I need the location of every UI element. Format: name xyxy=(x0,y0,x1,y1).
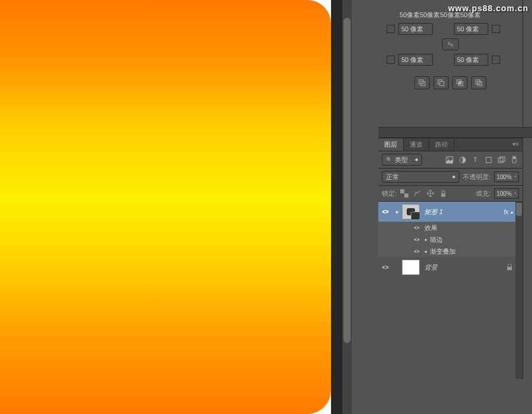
fx-stroke-row[interactable]: ● 描边 xyxy=(378,234,523,245)
layer-row-background[interactable]: 背景 xyxy=(378,257,523,277)
expand-chevron[interactable]: ▸ xyxy=(396,209,402,215)
circle-half-icon xyxy=(459,156,466,164)
fx-collapse-chevron[interactable]: ▴ xyxy=(511,209,513,215)
svg-rect-20 xyxy=(442,193,446,197)
svg-rect-15 xyxy=(500,157,505,161)
scrollbar-thumb[interactable] xyxy=(343,18,351,343)
svg-rect-9 xyxy=(478,82,480,84)
corner-top-row: 50 像素 50 像素 xyxy=(387,23,523,35)
corner-br-checkbox[interactable] xyxy=(492,56,500,64)
filter-toggle[interactable] xyxy=(510,155,519,164)
corner-br-input[interactable]: 50 像素 xyxy=(454,54,488,66)
corner-bl-checkbox[interactable] xyxy=(387,56,395,64)
svg-point-23 xyxy=(416,227,417,228)
svg-point-21 xyxy=(384,211,387,213)
opacity-label: 不透明度: xyxy=(463,173,491,182)
corner-bl-input[interactable]: 50 像素 xyxy=(398,54,433,66)
fx-gradient-label: 渐变叠加 xyxy=(430,247,456,256)
fill-label: 填充: xyxy=(476,189,491,198)
corner-tr-input[interactable]: 50 像素 xyxy=(454,23,488,35)
fx-effects-label: 效果 xyxy=(424,224,437,232)
svg-rect-22 xyxy=(407,208,415,215)
eye-icon xyxy=(413,248,420,255)
blend-mode-row: 正常 ◆ 不透明度: 100% xyxy=(378,169,523,186)
lock-transparency-icon[interactable] xyxy=(400,189,408,198)
visibility-toggle[interactable] xyxy=(413,247,421,256)
panel-menu-button[interactable]: ▾≡ xyxy=(509,138,523,151)
right-panels: www.ps88.com.cn 50像素50像素50像素50像素 50 像素 5… xyxy=(378,0,532,414)
svg-rect-27 xyxy=(507,267,512,270)
visibility-toggle[interactable] xyxy=(413,223,421,232)
opacity-input[interactable]: 100% xyxy=(494,172,519,182)
svg-rect-13 xyxy=(486,157,491,163)
link-corners-button[interactable] xyxy=(442,38,459,50)
canvas-document[interactable] xyxy=(0,0,331,414)
eye-icon xyxy=(381,209,390,215)
tab-layers[interactable]: 图层 xyxy=(378,138,404,151)
lock-label: 锁定: xyxy=(382,189,397,198)
canvas-vertical-scrollbar[interactable] xyxy=(342,0,352,414)
fx-header-row[interactable]: 效果 xyxy=(378,222,523,234)
svg-rect-18 xyxy=(400,189,404,193)
corner-tl-input[interactable]: 50 像素 xyxy=(398,23,433,35)
image-icon xyxy=(446,156,453,164)
toggle-icon xyxy=(511,156,517,164)
filter-type-label: 类型 xyxy=(395,156,408,164)
pathfinder-row xyxy=(378,76,523,89)
pathfinder-intersect-button[interactable] xyxy=(452,76,468,89)
bullet-icon: ● xyxy=(424,249,427,254)
watermark-text: www.ps88.com.cn xyxy=(448,4,528,13)
eye-icon xyxy=(413,236,420,243)
fx-badge[interactable]: fx xyxy=(504,209,508,215)
svg-point-26 xyxy=(384,266,387,269)
link-icon xyxy=(446,41,455,47)
layer-thumbnail[interactable] xyxy=(402,204,420,219)
svg-point-11 xyxy=(447,158,449,159)
pathfinder-subtract-button[interactable] xyxy=(433,76,449,89)
shape-icon xyxy=(485,156,492,164)
visibility-toggle[interactable] xyxy=(381,207,390,216)
svg-rect-14 xyxy=(498,158,503,163)
svg-point-17 xyxy=(513,157,515,159)
lock-pixels-icon[interactable] xyxy=(413,189,421,198)
pathfinder-unite-button[interactable] xyxy=(414,76,430,89)
gradient-rectangle-shape[interactable] xyxy=(0,0,331,414)
fill-input[interactable]: 100% xyxy=(494,188,519,199)
filter-adjustment-icon[interactable] xyxy=(458,155,467,164)
lock-icon xyxy=(506,264,513,271)
corner-tr-checkbox[interactable] xyxy=(492,25,500,33)
visibility-toggle[interactable] xyxy=(413,235,421,244)
eye-icon xyxy=(413,224,420,231)
blend-mode-select[interactable]: 正常 ◆ xyxy=(382,171,459,183)
svg-rect-6 xyxy=(459,82,461,84)
corner-tl-checkbox[interactable] xyxy=(387,25,395,33)
lock-all-icon[interactable] xyxy=(439,189,447,198)
layers-panel: 图层 通道 路径 ▾≡ 类型 ◆ T 正常 ◆ xyxy=(378,138,523,379)
filter-smart-icon[interactable] xyxy=(497,155,506,164)
layer-name[interactable]: 背景 xyxy=(424,263,506,272)
layer-thumbnail[interactable] xyxy=(402,260,420,275)
exclude-icon xyxy=(475,79,483,87)
filter-pixel-icon[interactable] xyxy=(445,155,454,164)
svg-rect-3 xyxy=(440,82,444,86)
pathfinder-exclude-button[interactable] xyxy=(471,76,486,89)
layer-list: ▸ 矩形 1 fx ▴ 效果 ● 描边 ● 渐变叠加 xyxy=(378,202,523,379)
visibility-toggle[interactable] xyxy=(381,263,390,272)
corner-bottom-row: 50 像素 50 像素 xyxy=(387,54,523,66)
layer-name[interactable]: 矩形 1 xyxy=(424,208,504,216)
layer-row-shape[interactable]: ▸ 矩形 1 fx ▴ xyxy=(378,202,523,222)
filter-type-select[interactable]: 类型 ◆ xyxy=(382,154,422,166)
layers-scroll-thumb[interactable] xyxy=(516,203,522,216)
tab-paths[interactable]: 路径 xyxy=(429,138,455,151)
filter-type-icon[interactable]: T xyxy=(471,155,480,164)
smart-object-icon xyxy=(498,156,505,164)
properties-panel: www.ps88.com.cn 50像素50像素50像素50像素 50 像素 5… xyxy=(378,0,523,127)
layers-scrollbar[interactable] xyxy=(515,202,523,379)
lock-position-icon[interactable] xyxy=(426,189,434,198)
tab-channels[interactable]: 通道 xyxy=(404,138,429,151)
svg-rect-19 xyxy=(404,193,408,198)
filter-shape-icon[interactable] xyxy=(484,155,493,164)
bullet-icon: ● xyxy=(424,237,427,242)
fx-gradient-row[interactable]: ● 渐变叠加 xyxy=(378,245,523,257)
subtract-icon xyxy=(437,79,445,87)
